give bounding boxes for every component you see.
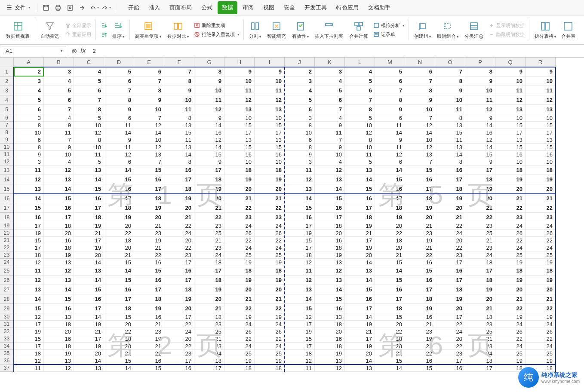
cell[interactable]: 21: [345, 328, 375, 335]
cell[interactable]: 17: [74, 203, 104, 213]
cell[interactable]: 20: [345, 251, 375, 259]
cell[interactable]: 9: [14, 151, 44, 158]
cell[interactable]: 17: [134, 184, 164, 194]
col-header-E[interactable]: E: [134, 58, 164, 67]
cell[interactable]: 9: [104, 136, 134, 144]
col-header-D[interactable]: D: [104, 58, 134, 67]
cell[interactable]: 16: [495, 151, 526, 158]
cell[interactable]: 20: [44, 230, 74, 237]
cell[interactable]: 15: [14, 203, 44, 213]
cell[interactable]: 16: [74, 194, 104, 203]
consolidate-button[interactable]: 合并计算: [347, 17, 371, 43]
cell[interactable]: 2: [285, 67, 315, 77]
cell[interactable]: 22: [375, 328, 405, 335]
cell[interactable]: 18: [315, 244, 345, 251]
tab-开发工具[interactable]: 开发工具: [300, 1, 331, 14]
cell[interactable]: 2: [14, 67, 44, 77]
cell[interactable]: 7: [164, 67, 194, 77]
cell[interactable]: 18: [526, 266, 556, 276]
cell[interactable]: 19: [526, 259, 556, 266]
cell[interactable]: 23: [194, 222, 224, 230]
cell[interactable]: 4: [44, 77, 74, 86]
cell[interactable]: 17: [224, 129, 255, 136]
cell[interactable]: 22: [255, 203, 285, 213]
cell[interactable]: 14: [465, 122, 495, 129]
cell[interactable]: 18: [104, 304, 134, 313]
cell[interactable]: 15: [104, 313, 134, 321]
cell[interactable]: 25: [495, 350, 526, 357]
cell[interactable]: 8: [345, 136, 375, 144]
cell[interactable]: 20: [405, 213, 435, 222]
cell[interactable]: 17: [345, 335, 375, 343]
cell[interactable]: 23: [194, 343, 224, 350]
cell[interactable]: 7: [405, 77, 435, 86]
cell[interactable]: 26: [255, 230, 285, 237]
cell[interactable]: 21: [134, 343, 164, 350]
record-form-button[interactable]: 记录单: [372, 31, 406, 39]
tab-开始[interactable]: 开始: [124, 1, 144, 14]
col-header-G[interactable]: G: [194, 58, 224, 67]
cell[interactable]: 22: [164, 321, 194, 328]
cell[interactable]: 9: [44, 144, 74, 151]
fx-icon[interactable]: fx: [80, 47, 86, 55]
cell[interactable]: 12: [255, 95, 285, 105]
cell[interactable]: 19: [495, 175, 526, 184]
tab-公式[interactable]: 公式: [197, 1, 217, 14]
cell[interactable]: 10: [134, 105, 164, 114]
cell[interactable]: 10: [224, 158, 255, 165]
cell[interactable]: 19: [164, 294, 194, 304]
cell[interactable]: 17: [345, 203, 375, 213]
cell[interactable]: 18: [104, 203, 134, 213]
cell[interactable]: 16: [134, 357, 164, 364]
cell[interactable]: 16: [164, 364, 194, 372]
cell[interactable]: 16: [405, 175, 435, 184]
cell[interactable]: 10: [164, 95, 194, 105]
cell[interactable]: 18: [285, 350, 315, 357]
tab-页面布局[interactable]: 页面布局: [165, 1, 196, 14]
cell[interactable]: 7: [134, 158, 164, 165]
cell[interactable]: 5: [74, 77, 104, 86]
cell[interactable]: 18: [44, 244, 74, 251]
cell[interactable]: 26: [495, 230, 526, 237]
cell[interactable]: 18: [345, 213, 375, 222]
cell[interactable]: 19: [435, 294, 465, 304]
cell[interactable]: 19: [255, 276, 285, 285]
cell[interactable]: 7: [405, 158, 435, 165]
cell[interactable]: 22: [134, 350, 164, 357]
cell[interactable]: 20: [435, 335, 465, 343]
cell[interactable]: 13: [255, 136, 285, 144]
cell[interactable]: 11: [194, 95, 224, 105]
col-header-P[interactable]: P: [465, 58, 495, 67]
cell[interactable]: 18: [164, 184, 194, 194]
cell[interactable]: 19: [285, 230, 315, 237]
cell[interactable]: 19: [224, 276, 255, 285]
cell[interactable]: 20: [375, 321, 405, 328]
row-header-8[interactable]: 8: [0, 129, 14, 136]
cell[interactable]: 16: [74, 294, 104, 304]
cell[interactable]: 13: [164, 144, 194, 151]
cell[interactable]: 19: [74, 321, 104, 328]
cell[interactable]: 10: [435, 95, 465, 105]
cell[interactable]: 14: [345, 357, 375, 364]
cell[interactable]: 24: [255, 343, 285, 350]
cell[interactable]: 12: [285, 313, 315, 321]
cell[interactable]: 21: [255, 294, 285, 304]
cell[interactable]: 18: [224, 165, 255, 175]
cell[interactable]: 6: [14, 105, 44, 114]
cell[interactable]: 24: [255, 222, 285, 230]
cell[interactable]: 9: [375, 105, 405, 114]
cell[interactable]: 24: [224, 321, 255, 328]
cell[interactable]: 13: [224, 136, 255, 144]
cell[interactable]: 12: [465, 136, 495, 144]
cell[interactable]: 18: [194, 313, 224, 321]
cell[interactable]: 24: [224, 222, 255, 230]
cancel-icon[interactable]: ⊗: [71, 47, 77, 55]
tab-特色应用[interactable]: 特色应用: [332, 1, 363, 14]
cell[interactable]: 9: [224, 67, 255, 77]
cell[interactable]: 15: [405, 266, 435, 276]
cell[interactable]: 8: [74, 136, 104, 144]
data-compare-button[interactable]: 数据对比▾: [165, 17, 191, 43]
cell[interactable]: 21: [345, 230, 375, 237]
cell[interactable]: 13: [74, 364, 104, 372]
cell[interactable]: 7: [44, 105, 74, 114]
